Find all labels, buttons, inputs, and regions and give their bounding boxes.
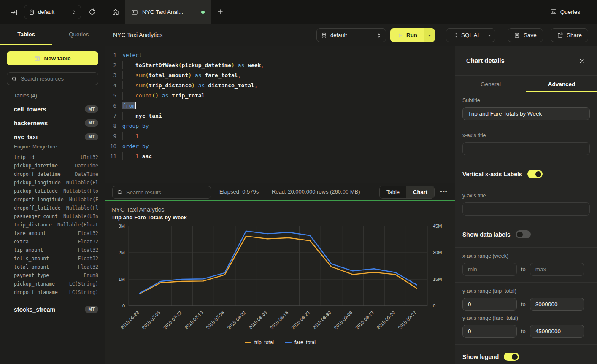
column-type: Float32 bbox=[78, 230, 98, 236]
share-icon bbox=[557, 32, 563, 38]
collapse-sidebar-icon[interactable] bbox=[9, 8, 19, 17]
sql-ai-options-button[interactable] bbox=[484, 29, 495, 42]
code-line[interactable]: 1select bbox=[105, 50, 455, 60]
y-axis-range-fare-max-input[interactable]: 45000000 bbox=[530, 325, 584, 338]
refresh-icon[interactable] bbox=[87, 7, 97, 16]
code-content: from bbox=[122, 102, 136, 109]
chart-details-tabs: General Advanced bbox=[455, 76, 597, 92]
max-placeholder: max bbox=[535, 266, 546, 272]
code-content: 1 bbox=[122, 133, 139, 139]
y-axis-range-trip-label: y-axis range (trip_total) bbox=[462, 288, 590, 294]
code-token: distance_total bbox=[208, 82, 254, 89]
column-row: dropoff_datetimeDateTime bbox=[0, 170, 105, 178]
code-line[interactable]: 7nyc_taxi bbox=[105, 111, 455, 121]
query-toolbar: NYC Taxi Analytics default Run bbox=[105, 24, 597, 46]
code-token: ) bbox=[192, 82, 195, 89]
code-line[interactable]: 4sum(trip_distance) as distance_total, bbox=[105, 80, 455, 90]
y-axis-range-trip-min-input[interactable]: 0 bbox=[462, 298, 517, 311]
column-type: Nullable(Flo bbox=[63, 188, 98, 194]
subtitle-input[interactable]: Trip and Fare Totals by Week bbox=[462, 107, 590, 120]
share-button-label: Share bbox=[567, 32, 582, 38]
tab-general[interactable]: General bbox=[455, 76, 526, 92]
code-line[interactable]: 111 asc bbox=[105, 151, 455, 161]
sql-editor[interactable]: 1select2toStartOfWeek(pickup_datetime) a… bbox=[105, 46, 455, 183]
view-toggle-chart[interactable]: Chart bbox=[406, 186, 434, 198]
sidebar-tab-tables[interactable]: Tables bbox=[0, 24, 53, 45]
chart-title: NYC Taxi Analytics bbox=[111, 206, 165, 213]
database-selector-toolbar[interactable]: default bbox=[316, 28, 386, 42]
columns-list: trip_idUInt32pickup_datetimeDateTimedrop… bbox=[0, 153, 105, 302]
x-axis-tick-label: 2015-09-27 bbox=[397, 310, 417, 330]
x-axis-tick-label: 2015-08-16 bbox=[269, 310, 289, 330]
code-token bbox=[192, 72, 195, 78]
y-axis-range-trip-max-input[interactable]: 3000000 bbox=[530, 298, 584, 311]
x-axis-range-min-input[interactable]: min bbox=[462, 263, 517, 276]
vertical-x-labels-toggle[interactable] bbox=[527, 170, 543, 178]
results-search-input[interactable]: Search results... bbox=[112, 186, 211, 199]
column-type: UInt32 bbox=[81, 154, 98, 160]
save-button[interactable]: Save bbox=[508, 28, 543, 42]
sidebar-search-input[interactable]: Search resources bbox=[7, 72, 98, 85]
line-number: 9 bbox=[105, 133, 116, 139]
code-line[interactable]: 3sum(total_amount) as fare_total, bbox=[105, 70, 455, 80]
legend-item-trip_total[interactable]: trip_total bbox=[245, 340, 274, 345]
sidebar-search-placeholder: Search resources bbox=[21, 75, 64, 82]
top-bar: default NYC Taxi Anal... Queries bbox=[0, 0, 597, 24]
line-number: 11 bbox=[105, 153, 116, 159]
column-type: Nullable(Fl bbox=[66, 205, 98, 211]
y-axis-title-input[interactable] bbox=[462, 202, 590, 216]
code-line[interactable]: 2toStartOfWeek(pickup_datetime) as week, bbox=[105, 60, 455, 70]
code-token: fare_total bbox=[205, 72, 238, 78]
share-button[interactable]: Share bbox=[551, 28, 588, 42]
column-row: payment_typeEnum8 bbox=[0, 271, 105, 280]
x-axis-title-input[interactable] bbox=[462, 142, 590, 155]
tab-advanced[interactable]: Advanced bbox=[526, 76, 597, 92]
code-line[interactable]: 10order by bbox=[105, 141, 455, 151]
new-tab-icon[interactable] bbox=[215, 7, 225, 16]
more-options-icon[interactable]: ••• bbox=[440, 188, 448, 195]
code-line[interactable]: 5count() as trip_total bbox=[105, 90, 455, 100]
queries-button[interactable]: Queries bbox=[550, 6, 580, 18]
search-icon bbox=[11, 76, 17, 82]
home-icon[interactable] bbox=[111, 7, 121, 16]
results-bar: Search results... Elapsed: 0.579s Read: … bbox=[105, 183, 455, 201]
code-token: from bbox=[122, 102, 135, 109]
column-type: Nullable(F bbox=[69, 197, 98, 202]
database-icon bbox=[29, 9, 35, 15]
code-line[interactable]: 91 bbox=[105, 131, 455, 141]
column-type: Nullable(UIn bbox=[63, 213, 98, 219]
code-content: order by bbox=[122, 143, 149, 149]
y-axis-ranges-group: y-axis range (trip_total) 0 to 3000000 y… bbox=[455, 283, 597, 345]
database-selector-top[interactable]: default bbox=[24, 5, 81, 19]
code-line[interactable]: 6from bbox=[105, 100, 455, 111]
column-row: tip_amountFloat32 bbox=[0, 246, 105, 254]
table-row[interactable]: cell_towersMT bbox=[0, 102, 105, 116]
table-row[interactable]: hackernewsMT bbox=[0, 116, 105, 130]
rows-read-stat: Read: 20,000,000 rows (260.00 MB) bbox=[272, 189, 360, 195]
column-name: trip_id bbox=[14, 154, 34, 160]
view-toggle-table[interactable]: Table bbox=[380, 186, 406, 198]
code-token bbox=[195, 82, 198, 89]
run-options-button[interactable] bbox=[424, 28, 435, 42]
legend-item-fare_total[interactable]: fare_total bbox=[285, 340, 316, 345]
show-legend-toggle[interactable] bbox=[504, 353, 519, 361]
y-axis-tick-left: 0 bbox=[122, 303, 125, 308]
x-axis-range-max-input[interactable]: max bbox=[530, 263, 584, 276]
y-axis-range-fare-min-input[interactable]: 0 bbox=[462, 325, 517, 338]
column-name: extra bbox=[14, 239, 29, 245]
run-button[interactable]: Run bbox=[390, 28, 424, 42]
code-token: trip_distance bbox=[149, 82, 192, 89]
code-content: toStartOfWeek(pickup_datetime) as week, bbox=[122, 62, 264, 68]
code-line[interactable]: 8group by bbox=[105, 121, 455, 131]
chart-panel: 001M15M2M30M3M45M2015-06-282015-07-05201… bbox=[105, 201, 455, 364]
table-row[interactable]: nyc_taxiMT bbox=[0, 130, 105, 144]
close-icon[interactable] bbox=[578, 57, 586, 65]
x-axis-tick-label: 2015-08-09 bbox=[248, 310, 268, 330]
new-table-button[interactable]: New table bbox=[7, 51, 98, 65]
show-data-labels-toggle[interactable] bbox=[516, 230, 531, 238]
sql-ai-button[interactable]: SQL AI bbox=[446, 32, 484, 38]
table-row[interactable]: stocks_streamMT bbox=[0, 302, 105, 316]
sidebar-tab-queries[interactable]: Queries bbox=[53, 24, 105, 45]
y-axis-range-fare-label: y-axis range (fare_total) bbox=[462, 315, 590, 321]
tab-nyc-taxi-analytics[interactable]: NYC Taxi Anal... bbox=[125, 0, 211, 24]
